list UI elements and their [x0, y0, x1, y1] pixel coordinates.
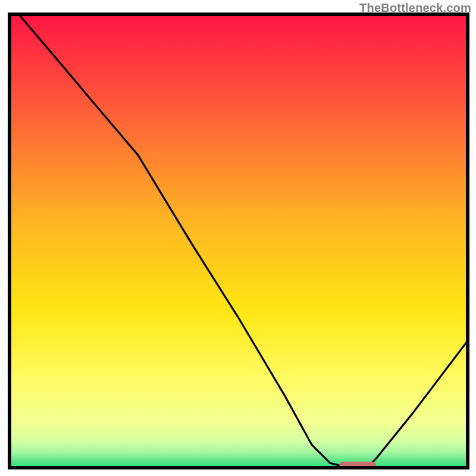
watermark-text: TheBottleneck.com	[359, 1, 471, 15]
bottleneck-chart	[0, 0, 476, 476]
plot-background	[10, 14, 468, 468]
chart-container: TheBottleneck.com	[0, 0, 476, 476]
